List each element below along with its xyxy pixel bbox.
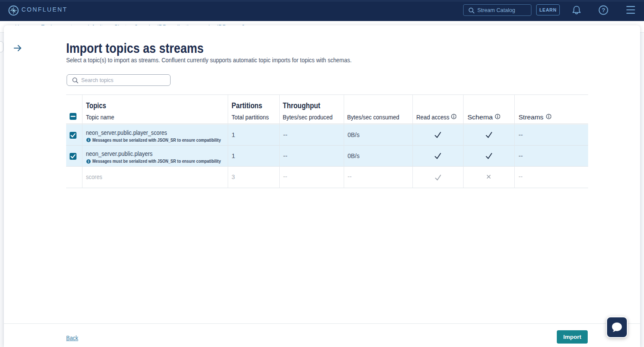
- svg-text:?: ?: [601, 7, 605, 13]
